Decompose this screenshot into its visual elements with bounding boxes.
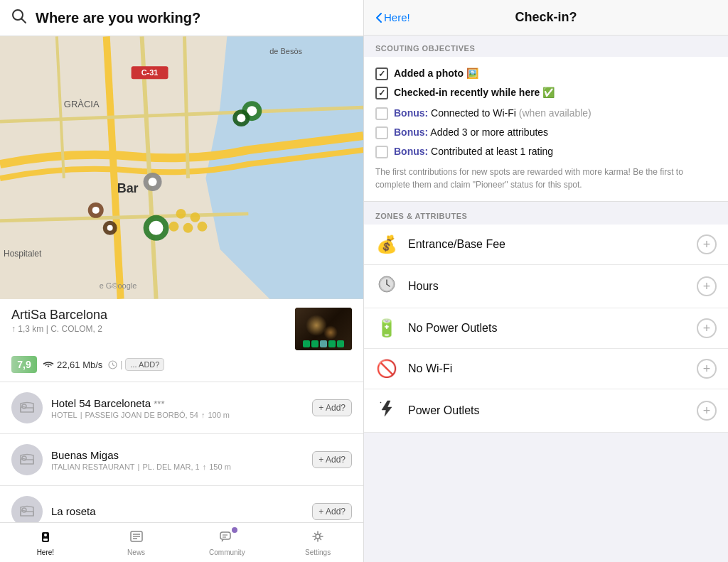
attribute-power-label: Power Outlets bbox=[408, 404, 687, 417]
featured-venue-name: ArtiSa Barcelona bbox=[11, 308, 288, 323]
no-power-icon: 🔋 bbox=[375, 318, 398, 338]
svg-rect-40 bbox=[220, 532, 230, 539]
right-header: Here! Check-in? bbox=[364, 0, 728, 36]
objective-rating: Bonus: Contributed at least 1 rating bbox=[375, 145, 717, 158]
objective-attributes: Bonus: Added 3 or more attributes bbox=[375, 126, 717, 139]
add-time-btn[interactable]: ... ADD? bbox=[125, 358, 164, 371]
no-power-add-button[interactable]: + bbox=[697, 318, 717, 338]
checkbox-attributes[interactable] bbox=[375, 126, 388, 139]
attribute-power[interactable]: Power Outlets + bbox=[364, 389, 728, 433]
objective-checkin: ✓ Checked-in recently while here ✅ bbox=[375, 86, 717, 99]
attribute-no-wifi[interactable]: 🚫 No Wi-Fi + bbox=[364, 349, 728, 389]
venue-meta-buenas: ITALIAN RESTAURANT | PL. DEL MAR, 1 ↑ 15… bbox=[51, 463, 304, 471]
svg-line-29 bbox=[113, 364, 115, 366]
scouting-header: SCOUTING OBJECTIVES bbox=[364, 36, 728, 57]
venue-list: ArtiSa Barcelona ↑ 1,3 km | C. COLOM, 2 bbox=[0, 299, 363, 522]
wifi-info: 22,61 Mb/s bbox=[43, 360, 102, 370]
hours-icon bbox=[375, 275, 398, 298]
svg-text:Bar: Bar bbox=[117, 181, 139, 195]
svg-point-22 bbox=[176, 209, 186, 219]
svg-text:C-31: C-31 bbox=[141, 68, 159, 77]
venue-icon-buenas bbox=[11, 444, 43, 475]
obj-rating-label: Bonus: Contributed at least 1 rating bbox=[394, 145, 553, 158]
svg-text:Hospitalet: Hospitalet bbox=[4, 249, 42, 259]
search-title: Where are you working? bbox=[36, 10, 200, 26]
no-wifi-add-button[interactable]: + bbox=[697, 359, 717, 379]
nav-here-label: Here! bbox=[37, 549, 54, 556]
entrance-add-button[interactable]: + bbox=[697, 234, 717, 254]
nav-community-label: Community bbox=[209, 549, 245, 556]
venue-name-hotel: Hotel 54 Barceloneta *** bbox=[51, 397, 304, 409]
svg-point-19 bbox=[92, 207, 100, 214]
venue-icon-laroseta bbox=[11, 496, 43, 522]
attribute-no-power[interactable]: 🔋 No Power Outlets + bbox=[364, 308, 728, 349]
attribute-no-wifi-label: No Wi-Fi bbox=[408, 362, 687, 375]
venue-meta-hotel: HOTEL | PASSEIG JOAN DE BORBÓ, 54 ↑ 100 … bbox=[51, 411, 304, 419]
power-icon bbox=[375, 399, 398, 422]
svg-rect-34 bbox=[43, 539, 48, 541]
attribute-no-power-label: No Power Outlets bbox=[408, 322, 687, 335]
venue-add-laroseta[interactable]: + Add? bbox=[312, 503, 352, 520]
svg-point-26 bbox=[169, 222, 179, 232]
clock-info: | ... ADD? bbox=[108, 358, 164, 371]
nav-here[interactable]: Here! bbox=[0, 523, 91, 562]
svg-point-25 bbox=[183, 223, 193, 233]
back-button[interactable]: Here! bbox=[375, 11, 410, 23]
venue-item-hotel[interactable]: Hotel 54 Barceloneta *** HOTEL | PASSEIG… bbox=[0, 382, 363, 434]
objective-photo: ✓ Added a photo 🖼️ bbox=[375, 67, 717, 80]
checkbox-photo[interactable]: ✓ bbox=[375, 67, 388, 80]
news-icon bbox=[129, 529, 144, 547]
featured-venue[interactable]: ArtiSa Barcelona ↑ 1,3 km | C. COLOM, 2 bbox=[0, 299, 363, 382]
obj-checkin-label: Checked-in recently while here ✅ bbox=[394, 86, 555, 99]
attribute-entrance-label: Entrance/Base Fee bbox=[408, 238, 687, 251]
right-panel: Here! Check-in? SCOUTING OBJECTIVES ✓ Ad… bbox=[364, 0, 728, 562]
here-icon bbox=[38, 529, 53, 547]
svg-point-23 bbox=[190, 212, 200, 222]
nav-settings-label: Settings bbox=[305, 549, 331, 556]
checkin-title: Check-in? bbox=[515, 10, 577, 25]
attribute-entrance[interactable]: 💰 Entrance/Base Fee + bbox=[364, 225, 728, 265]
objectives-card: ✓ Added a photo 🖼️ ✓ Checked-in recently… bbox=[364, 57, 728, 202]
svg-line-49 bbox=[380, 402, 381, 403]
rating-badge: 7,9 bbox=[11, 356, 37, 373]
hours-add-button[interactable]: + bbox=[697, 276, 717, 296]
checkbox-rating[interactable] bbox=[375, 146, 388, 158]
svg-line-1 bbox=[22, 19, 26, 23]
svg-point-17 bbox=[149, 178, 157, 186]
search-bar: Where are you working? bbox=[0, 0, 363, 36]
checkbox-wifi[interactable] bbox=[375, 107, 388, 120]
venue-item-buenas[interactable]: Buenas Migas ITALIAN RESTAURANT | PL. DE… bbox=[0, 434, 363, 486]
svg-point-11 bbox=[149, 221, 164, 235]
venue-item-laroseta[interactable]: La roseta + Add? bbox=[0, 486, 363, 522]
checkin-content: SCOUTING OBJECTIVES ✓ Added a photo 🖼️ ✓… bbox=[364, 36, 728, 433]
attribute-hours-label: Hours bbox=[408, 280, 687, 293]
nav-community[interactable]: Community bbox=[182, 523, 273, 562]
bottom-nav: Here! News bbox=[0, 522, 363, 562]
checkbox-checkin[interactable]: ✓ bbox=[375, 87, 388, 99]
community-icon bbox=[219, 529, 235, 547]
map-area[interactable]: C-31 de Besòs GRÀCIA Bar Hospitalet e G©… bbox=[0, 36, 363, 299]
svg-point-15 bbox=[237, 114, 245, 122]
svg-point-21 bbox=[107, 225, 113, 231]
search-icon bbox=[11, 9, 27, 27]
venue-add-hotel[interactable]: + Add? bbox=[312, 399, 352, 416]
obj-photo-label: Added a photo 🖼️ bbox=[394, 67, 478, 80]
featured-venue-thumbnail bbox=[295, 308, 352, 350]
svg-point-24 bbox=[197, 222, 207, 232]
left-panel: Where are you working? C-31 de Besòs GRÀ… bbox=[0, 0, 364, 562]
attribute-hours[interactable]: Hours + bbox=[364, 265, 728, 308]
svg-text:de Besòs: de Besòs bbox=[269, 47, 302, 55]
venue-add-buenas[interactable]: + Add? bbox=[312, 451, 352, 468]
svg-marker-48 bbox=[382, 401, 392, 416]
power-add-button[interactable]: + bbox=[697, 401, 717, 421]
obj-attributes-label: Bonus: Added 3 or more attributes bbox=[394, 126, 548, 139]
venue-icon-hotel bbox=[11, 392, 43, 423]
svg-text:e G©oogle: e G©oogle bbox=[100, 281, 137, 290]
settings-icon bbox=[310, 529, 326, 547]
venue-name-laroseta: La roseta bbox=[51, 505, 304, 517]
nav-settings[interactable]: Settings bbox=[272, 523, 363, 562]
entrance-icon: 💰 bbox=[375, 234, 398, 254]
no-wifi-icon: 🚫 bbox=[375, 359, 398, 379]
zones-header: ZONES & ATTRIBUTES bbox=[364, 202, 728, 225]
nav-news[interactable]: News bbox=[91, 523, 182, 562]
